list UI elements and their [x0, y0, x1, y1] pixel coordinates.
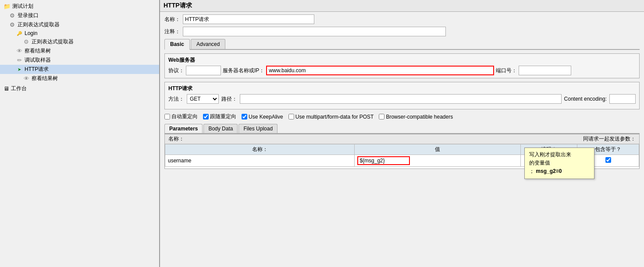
value-field-highlight: ${msg_g2} [357, 156, 410, 165]
main-tabs: Basic Advanced [164, 39, 640, 50]
sidebar-item-test-plan[interactable]: 📁 测试计划 [0, 2, 159, 11]
pencil-icon: ✏ [16, 57, 23, 63]
gear-icon-2: ⚙ [9, 21, 16, 28]
sidebar-item-view-results-tree2[interactable]: 👁 察看结果树 [0, 74, 159, 83]
tooltip-box: 写入刚才提取出来 的变量值 ； msg_g2=0 [524, 148, 594, 179]
follow-redirect-checkbox[interactable]: 跟随重定向 [203, 113, 236, 120]
name-row: 名称： [164, 14, 640, 24]
sidebar-item-login-interface[interactable]: ⚙ 登录接口 [0, 11, 159, 20]
sub-tabs: Parameters Body Data Files Upload [164, 124, 640, 134]
tab-basic[interactable]: Basic [164, 39, 190, 50]
protocol-label: 协议： [168, 67, 184, 74]
folder-icon: 📁 [4, 3, 11, 10]
name-label: 名称： [164, 16, 180, 23]
web-server-row: 协议： 服务器名称或IP： 端口号： [168, 66, 636, 75]
sidebar: 📁 测试计划 ⚙ 登录接口 ⚙ 正则表达式提取器 🔑 Login ⚙ 正则表达式… [0, 0, 160, 267]
browser-headers-input[interactable] [379, 114, 384, 119]
protocol-input[interactable] [186, 66, 221, 75]
row-name: username [165, 155, 355, 167]
include-checkbox[interactable] [605, 157, 611, 163]
sidebar-item-regex-extractor[interactable]: ⚙ 正则表达式提取器 [0, 20, 159, 29]
col-header-name: 名称： [165, 144, 355, 155]
sub-tab-parameters[interactable]: Parameters [164, 124, 203, 133]
method-path-row: 方法： GET POST PUT DELETE 路径： Content enco… [168, 94, 636, 104]
workbench-icon: 🖥 [4, 85, 9, 92]
method-select[interactable]: GET POST PUT DELETE [187, 94, 219, 104]
tab-advanced[interactable]: Advanced [191, 39, 225, 49]
http-request-title: HTTP请求 [168, 85, 636, 92]
comment-label: 注释： [164, 28, 180, 35]
path-input[interactable] [240, 94, 562, 104]
regex-icon: ⚙ [23, 39, 30, 45]
method-label: 方法： [168, 95, 184, 103]
browser-headers-checkbox[interactable]: Browser-compatible headers [379, 114, 453, 120]
name-input[interactable] [183, 14, 314, 24]
sidebar-item-http-request[interactable]: ➤ HTTP请求 [0, 65, 159, 74]
http-request-section: HTTP请求 方法： GET POST PUT DELETE 路径： Conte… [164, 82, 640, 109]
gear-icon: ⚙ [9, 12, 16, 19]
sidebar-item-sampler[interactable]: ✏ 调试取样器 [0, 56, 159, 65]
col-header-value: 值 [355, 144, 520, 155]
sidebar-item-regex-extractor2[interactable]: ⚙ 正则表达式提取器 [0, 37, 159, 46]
comment-input[interactable] [183, 27, 446, 36]
panel-title: HTTP请求 [160, 0, 644, 12]
use-multipart-input[interactable] [288, 114, 294, 119]
server-input[interactable] [266, 66, 494, 75]
workbench-item[interactable]: 🖥 工作台 [0, 83, 159, 94]
follow-redirect-input[interactable] [203, 114, 209, 119]
sidebar-item-view-results-tree[interactable]: 👁 察看结果树 [0, 46, 159, 56]
web-server-title: Web服务器 [168, 56, 636, 64]
comment-row: 注释： [164, 27, 640, 36]
arrow-icon: 🔑 [16, 31, 23, 36]
path-label: 路径： [221, 95, 237, 103]
web-server-section: Web服务器 协议： 服务器名称或IP： 端口号： [164, 53, 640, 78]
content-encoding-input[interactable] [609, 94, 636, 104]
use-multipart-checkbox[interactable]: Use multipart/form-data for POST [288, 114, 374, 120]
port-label: 端口号： [496, 67, 517, 74]
auto-redirect-input[interactable] [164, 114, 170, 119]
main-panel: HTTP请求 名称： 注释： Basic Advanced Web服务器 协议：… [160, 0, 644, 267]
content-encoding-label: Content encoding: [564, 96, 607, 102]
tooltip-line3: ； msg_g2=0 [529, 167, 590, 176]
sidebar-item-login-thread[interactable]: 🔑 Login [0, 29, 159, 37]
http-arrow-icon: ➤ [16, 67, 23, 72]
params-send-label: 同请求一起发送参数： [583, 135, 636, 143]
use-keepalive-input[interactable] [242, 114, 247, 119]
server-label: 服务器名称或IP： [223, 67, 264, 74]
row-value: ${msg_g2} [355, 155, 520, 167]
auto-redirect-checkbox[interactable]: 自动重定向 [164, 113, 198, 120]
port-input[interactable] [519, 66, 571, 75]
params-header: 名称： 同请求一起发送参数： [165, 134, 639, 144]
tooltip-line2: 的变量值 [529, 159, 590, 167]
tooltip-line1: 写入刚才提取出来 [529, 151, 590, 159]
use-keepalive-checkbox[interactable]: Use KeepAlive [242, 114, 283, 120]
eye-icon-2: 👁 [23, 75, 30, 82]
eye-icon: 👁 [16, 48, 23, 54]
form-area: 名称： 注释： Basic Advanced Web服务器 协议： 服务器名称或… [160, 12, 644, 267]
params-table-area: 名称： 同请求一起发送参数： 名称： 值 编码？ 包含等于？ username [164, 134, 640, 169]
checkboxes-row: 自动重定向 跟随重定向 Use KeepAlive Use multipart/… [164, 113, 640, 120]
sub-tab-body-data[interactable]: Body Data [203, 124, 238, 133]
sub-tab-files-upload[interactable]: Files Upload [238, 124, 278, 133]
params-name-col-header: 名称： [168, 135, 184, 143]
